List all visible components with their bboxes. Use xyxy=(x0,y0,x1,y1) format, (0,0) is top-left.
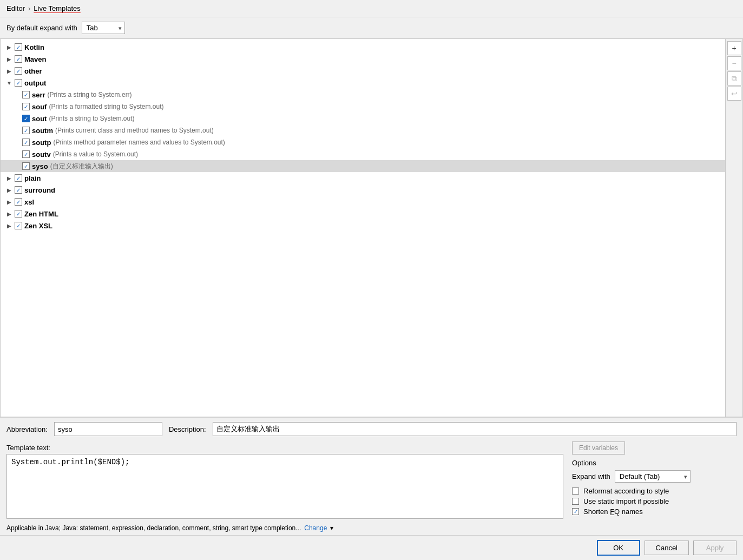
cancel-button[interactable]: Cancel xyxy=(645,541,689,555)
label-soutp: soutp xyxy=(32,139,51,147)
use-static-checkbox[interactable] xyxy=(572,498,579,505)
template-syso[interactable]: ✓ syso (自定义标准输入输出) xyxy=(1,160,725,172)
desc-soutp: (Prints method parameter names and value… xyxy=(53,139,225,146)
expand-with-dropdown[interactable]: Default (Tab) Tab Enter Space xyxy=(615,470,691,483)
applicable-arrow: ▾ xyxy=(330,524,333,532)
checkbox-syso[interactable]: ✓ xyxy=(22,162,30,170)
checkbox-soutm[interactable]: ✓ xyxy=(22,127,30,134)
reformat-label: Reformat according to style xyxy=(583,487,669,495)
undo-button[interactable]: ↩ xyxy=(727,87,741,101)
sidebar-action-buttons: + − ⧉ ↩ xyxy=(725,39,742,417)
expand-icon-plain: ▶ xyxy=(5,174,14,182)
breadcrumb-current[interactable]: Live Templates xyxy=(34,4,80,12)
expand-icon-surround: ▶ xyxy=(5,186,14,194)
description-label: Description: xyxy=(169,425,206,433)
template-souf[interactable]: ✓ souf (Prints a formatted string to Sys… xyxy=(1,101,725,113)
apply-button[interactable]: Apply xyxy=(693,541,737,555)
label-zen-xsl: Zen XSL xyxy=(24,222,52,230)
checkbox-sout[interactable]: ✓ xyxy=(22,115,30,122)
template-text-label: Template text: xyxy=(6,442,563,452)
reformat-checkbox[interactable] xyxy=(572,487,579,495)
breadcrumb-separator: › xyxy=(28,4,30,12)
live-templates-tree: ▶ ✓ Kotlin ▶ ✓ Maven ▶ ✓ other xyxy=(1,39,725,417)
default-expand-label: By default expand with xyxy=(6,24,77,32)
applicable-text: Applicable in Java; Java: statement, exp… xyxy=(6,524,301,532)
shorten-fq-checkbox[interactable]: ✓ xyxy=(572,508,579,515)
group-other[interactable]: ▶ ✓ other xyxy=(1,65,725,77)
expand-with-row: Expand with Default (Tab) Tab Enter Spac… xyxy=(572,470,737,483)
breadcrumb-parent[interactable]: Editor xyxy=(6,4,25,12)
template-text-section: Template text: System.out.println(<span … xyxy=(6,442,563,519)
options-label: Options xyxy=(572,459,737,467)
label-soutm: soutm xyxy=(32,127,53,135)
checkbox-serr[interactable]: ✓ xyxy=(22,91,30,98)
group-output[interactable]: ▼ ✓ output xyxy=(1,77,725,89)
checkbox-plain[interactable]: ✓ xyxy=(15,174,22,182)
options-panel: Options Expand with Default (Tab) Tab En… xyxy=(572,459,737,518)
abbreviation-input[interactable] xyxy=(54,422,162,436)
desc-sout: (Prints a string to System.out) xyxy=(49,115,134,122)
checkbox-other[interactable]: ✓ xyxy=(15,67,22,75)
breadcrumb-bar: Editor › Live Templates xyxy=(0,0,743,17)
checkbox-maven[interactable]: ✓ xyxy=(15,55,22,63)
template-options-area: Template text: System.out.println(<span … xyxy=(0,442,743,521)
template-textarea[interactable]: System.out.println(<span style="font-wei… xyxy=(6,454,563,519)
label-kotlin: Kotlin xyxy=(24,43,44,51)
default-expand-dropdown-wrapper: Tab Enter Space xyxy=(82,22,125,34)
template-soutp[interactable]: ✓ soutp (Prints method parameter names a… xyxy=(1,136,725,148)
expand-with-dropdown-wrapper: Default (Tab) Tab Enter Space xyxy=(615,470,691,483)
label-xsl: xsl xyxy=(24,198,34,206)
checkbox-soutv[interactable]: ✓ xyxy=(22,150,30,158)
label-sout: sout xyxy=(32,115,47,123)
group-maven[interactable]: ▶ ✓ Maven xyxy=(1,53,725,65)
template-soutv[interactable]: ✓ soutv (Prints a value to System.out) xyxy=(1,148,725,160)
group-xsl[interactable]: ▶ ✓ xsl xyxy=(1,196,725,208)
expand-icon-kotlin: ▶ xyxy=(5,43,14,51)
group-surround[interactable]: ▶ ✓ surround xyxy=(1,184,725,196)
group-kotlin[interactable]: ▶ ✓ Kotlin xyxy=(1,41,725,53)
ok-button[interactable]: OK xyxy=(597,540,640,556)
template-sout[interactable]: ✓ sout (Prints a string to System.out) xyxy=(1,113,725,124)
label-soutv: soutv xyxy=(32,150,51,159)
template-soutm[interactable]: ✓ soutm (Prints current class and method… xyxy=(1,124,725,136)
label-zen-html: Zen HTML xyxy=(24,210,58,218)
group-plain[interactable]: ▶ ✓ plain xyxy=(1,172,725,184)
abbreviation-description-row: Abbreviation: Description: xyxy=(6,422,737,436)
abbreviation-label: Abbreviation: xyxy=(6,425,48,433)
desc-soutm: (Prints current class and method names t… xyxy=(55,127,214,134)
expand-icon-zen-xsl: ▶ xyxy=(5,221,14,230)
add-template-button[interactable]: + xyxy=(727,41,741,55)
use-static-row: Use static import if possible xyxy=(572,497,737,505)
edit-variables-button[interactable]: Edit variables xyxy=(572,442,625,454)
expand-icon-zen-html: ▶ xyxy=(5,209,14,218)
checkbox-xsl[interactable]: ✓ xyxy=(15,198,22,206)
remove-template-button[interactable]: − xyxy=(727,56,741,70)
expand-icon-other: ▶ xyxy=(5,67,14,75)
template-serr[interactable]: ✓ serr (Prints a string to System.err) xyxy=(1,89,725,101)
group-zen-xsl[interactable]: ▶ ✓ Zen XSL xyxy=(1,220,725,232)
label-souf: souf xyxy=(32,103,47,111)
desc-syso: (自定义标准输入输出) xyxy=(50,162,113,171)
shorten-fq-row: ✓ Shorten FQ names xyxy=(572,508,737,516)
label-other: other xyxy=(24,67,42,75)
checkbox-zen-xsl[interactable]: ✓ xyxy=(15,222,22,229)
desc-souf: (Prints a formatted string to System.out… xyxy=(49,103,163,110)
checkbox-souf[interactable]: ✓ xyxy=(22,103,30,110)
checkbox-output[interactable]: ✓ xyxy=(15,79,22,87)
copy-template-button[interactable]: ⧉ xyxy=(727,71,741,85)
checkbox-zen-html[interactable]: ✓ xyxy=(15,210,22,218)
applicable-row: Applicable in Java; Java: statement, exp… xyxy=(0,521,743,535)
checkbox-soutp[interactable]: ✓ xyxy=(22,139,30,146)
checkbox-surround[interactable]: ✓ xyxy=(15,186,22,194)
fields-panel: Abbreviation: Description: xyxy=(0,417,743,442)
default-expand-dropdown[interactable]: Tab Enter Space xyxy=(82,22,125,34)
label-maven: Maven xyxy=(24,55,46,63)
checkbox-kotlin[interactable]: ✓ xyxy=(15,43,22,51)
label-surround: surround xyxy=(24,186,55,194)
description-input[interactable] xyxy=(213,422,737,436)
use-static-label: Use static import if possible xyxy=(583,497,669,505)
applicable-change-link[interactable]: Change xyxy=(304,524,327,532)
desc-soutv: (Prints a value to System.out) xyxy=(53,150,138,158)
shorten-fq-label: Shorten FQ names xyxy=(583,508,643,516)
group-zen-html[interactable]: ▶ ✓ Zen HTML xyxy=(1,208,725,220)
